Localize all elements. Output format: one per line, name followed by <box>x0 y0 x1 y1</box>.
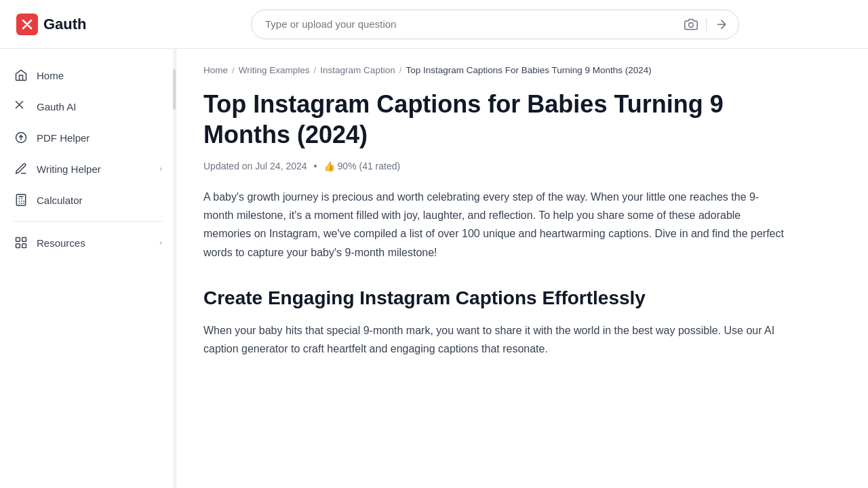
home-icon <box>14 68 28 83</box>
meta-dot <box>314 165 317 167</box>
submit-search-button[interactable] <box>712 15 731 34</box>
writing-helper-chevron: › <box>159 164 162 174</box>
svg-rect-3 <box>16 238 20 242</box>
breadcrumb: Home / Writing Examples / Instagram Capt… <box>203 65 841 75</box>
camera-icon-button[interactable] <box>682 15 701 34</box>
thumbs-up-icon: 👍 <box>323 161 335 171</box>
search-bar <box>251 9 739 39</box>
sidebar: Home Gauth AI PDF Helper <box>0 49 176 488</box>
sidebar-item-home-label: Home <box>37 70 64 81</box>
sidebar-item-pdf-helper[interactable]: PDF Helper <box>0 122 176 153</box>
sidebar-item-resources-label: Resources <box>37 237 85 249</box>
calculator-icon <box>14 192 28 207</box>
article-updated-date: Updated on Jul 24, 2024 <box>203 161 307 171</box>
svg-rect-4 <box>22 238 26 242</box>
article-body: A baby's growth journey is precious and … <box>203 188 787 262</box>
article-rating: 👍 90% (41 rated) <box>323 161 401 171</box>
sidebar-scrollbar <box>173 49 176 488</box>
header: Gauth <box>0 0 868 49</box>
sidebar-item-home[interactable]: Home <box>0 60 176 91</box>
logo-text: Gauth <box>43 16 87 33</box>
main-layout: Home Gauth AI PDF Helper <box>0 49 868 488</box>
breadcrumb-current: Top Instagram Captions For Babies Turnin… <box>406 65 651 75</box>
writing-icon <box>14 161 28 176</box>
svg-rect-2 <box>16 195 25 206</box>
resources-chevron: › <box>159 238 162 247</box>
search-divider <box>706 18 707 31</box>
rating-text: 90% (41 rated) <box>338 161 401 171</box>
breadcrumb-home[interactable]: Home <box>203 65 228 75</box>
sidebar-item-writing-helper[interactable]: Writing Helper › <box>0 153 176 184</box>
sidebar-item-pdf-label: PDF Helper <box>37 132 90 144</box>
breadcrumb-sep-3: / <box>399 65 402 75</box>
sidebar-item-resources[interactable]: Resources › <box>0 227 176 258</box>
sidebar-item-gauth-ai[interactable]: Gauth AI <box>0 91 176 122</box>
search-icons <box>682 15 731 34</box>
sidebar-scrollbar-thumb <box>173 69 176 110</box>
logo-icon <box>16 14 38 35</box>
resources-icon <box>14 235 28 250</box>
breadcrumb-sep-2: / <box>314 65 317 75</box>
svg-point-0 <box>689 22 694 27</box>
breadcrumb-instagram-caption[interactable]: Instagram Caption <box>320 65 395 75</box>
svg-rect-6 <box>22 244 26 248</box>
sidebar-item-writing-label: Writing Helper <box>37 163 101 175</box>
breadcrumb-writing-examples[interactable]: Writing Examples <box>239 65 310 75</box>
search-input[interactable] <box>251 9 739 39</box>
section-body: When your baby hits that special 9-month… <box>203 321 787 358</box>
article-meta: Updated on Jul 24, 2024 👍 90% (41 rated) <box>203 161 841 171</box>
logo[interactable]: Gauth <box>16 14 138 35</box>
breadcrumb-sep-1: / <box>232 65 235 75</box>
svg-rect-5 <box>16 244 20 248</box>
sidebar-item-calculator-label: Calculator <box>37 195 83 206</box>
gauth-ai-icon <box>14 99 28 114</box>
sidebar-item-calculator[interactable]: Calculator <box>0 184 176 216</box>
pdf-icon <box>14 130 28 145</box>
article-title: Top Instagram Captions for Babies Turnin… <box>203 89 787 150</box>
section-title: Create Engaging Instagram Captions Effor… <box>203 286 787 310</box>
sidebar-item-gauth-ai-label: Gauth AI <box>37 101 76 113</box>
main-content: Home / Writing Examples / Instagram Capt… <box>176 49 868 488</box>
sidebar-divider <box>14 221 162 222</box>
